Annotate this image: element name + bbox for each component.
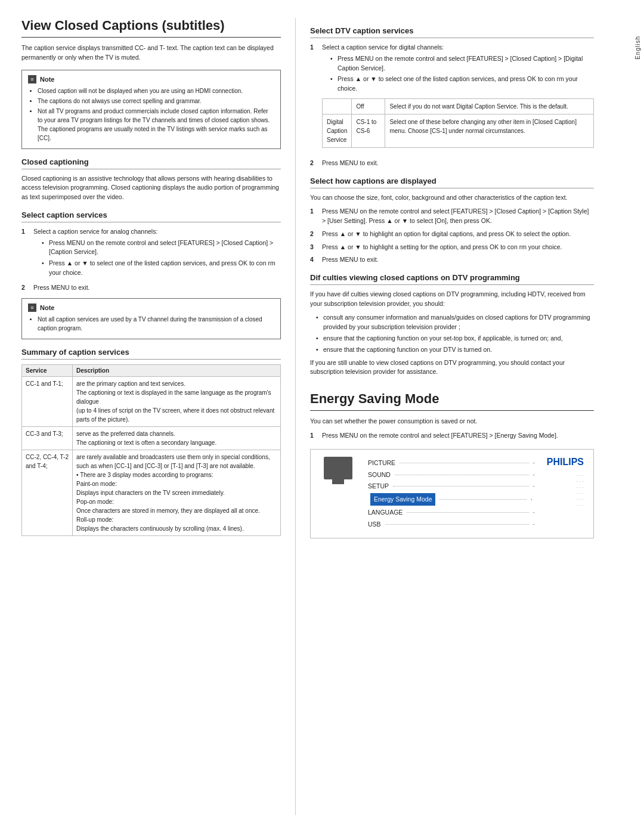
difficulties-bullet: ensure that the captioning function on y… — [316, 333, 594, 343]
select-caption-title: Select caption services — [21, 210, 281, 222]
service-cell: CC-1 and T-1; — [22, 377, 73, 427]
service-cell: CC-3 and T-3; — [22, 427, 73, 450]
difficulties-bullet: consult any consumer information and man… — [316, 312, 594, 333]
select-caption-step2: 2 Press MENU to exit. — [21, 283, 281, 293]
dots — [393, 486, 529, 487]
menu-dots-end: · — [533, 519, 535, 530]
energy-box-right: PHILIPS · · ·· · ·· · ·· · ·· · ·· · · — [547, 457, 584, 508]
table-row: Off Select if you do not want Digital Ca… — [323, 98, 594, 114]
dtv-table: Off Select if you do not want Digital Ca… — [322, 98, 594, 148]
how-step1: 1 Press MENU on the remote control and s… — [310, 207, 594, 226]
dtv-title: Select DTV caption services — [310, 26, 594, 38]
col-header-service: Service — [22, 365, 73, 377]
note-label-2: Note — [40, 304, 54, 311]
step-num: 1 — [21, 227, 30, 280]
step-num: 1 — [310, 431, 318, 441]
step-num: 2 — [310, 159, 318, 168]
note-icon-2: ≡ — [28, 304, 36, 312]
menu-row-energy: Energy Saving Mode · — [368, 493, 535, 506]
energy-saving-intro: You can set whether the power consumptio… — [310, 417, 594, 426]
step1-bullets: Press MENU on the remote control and sel… — [33, 239, 281, 278]
menu-label-picture: PICTURE — [368, 457, 395, 469]
select-caption-step1: 1 Select a caption service for analog ch… — [21, 227, 281, 280]
energy-menu: PICTURE · SOUND · SETUP · — [368, 457, 535, 531]
dots — [395, 475, 529, 475]
note-item: The captions do not always use correct s… — [38, 97, 274, 106]
note-box-1: ≡ Note Closed caption will not be displa… — [21, 70, 281, 149]
how-step3: 3 Press ▲ or ▼ to highlight a setting fo… — [310, 243, 594, 252]
dots — [400, 463, 529, 463]
dtv-step1: 1 Select a caption service for digital c… — [310, 43, 594, 155]
how-step2: 2 Press ▲ or ▼ to highlight an option fo… — [310, 230, 594, 239]
dtv-col3: Select one of these before changing any … — [385, 114, 594, 147]
note-box-2: ≡ Note Not all caption services are used… — [21, 298, 281, 339]
step-num: 1 — [310, 43, 318, 155]
menu-dots-end: · — [533, 481, 535, 492]
menu-dots-end: · — [533, 469, 535, 481]
note-header-2: ≡ Note — [28, 304, 274, 312]
step-num: 4 — [310, 255, 318, 265]
dtv-step1-text: Select a caption service for digital cha… — [322, 44, 444, 51]
step1-text: Select a caption service for analog chan… — [33, 228, 157, 235]
right-column: Select DTV caption services 1 Select a c… — [296, 18, 594, 815]
service-cell: CC-2, CC-4, T-2and T-4; — [22, 450, 73, 536]
menu-dots-end: · — [533, 457, 535, 469]
how-displayed-list: 1 Press MENU on the remote control and s… — [310, 207, 594, 265]
side-tab-label: English — [634, 36, 641, 60]
dots — [385, 524, 529, 525]
how-step4-text: Press MENU to exit. — [322, 255, 379, 265]
difficulties-bullet: ensure that the captioning function on y… — [316, 345, 594, 355]
menu-row-language: LANGUAGE · — [368, 507, 535, 518]
difficulties-list: consult any consumer information and man… — [310, 312, 594, 355]
note-header-1: ≡ Note — [28, 75, 274, 83]
bullet-item: Press ▲ or ▼ to select one of the listed… — [42, 259, 281, 278]
how-step3-text: Press ▲ or ▼ to highlight a setting for … — [322, 243, 562, 252]
description-cell: are the primary caption and text service… — [73, 377, 281, 427]
table-row: CC-1 and T-1; are the primary caption an… — [22, 377, 281, 427]
how-step2-text: Press ▲ or ▼ to highlight an option for … — [322, 230, 571, 239]
note-list-1: Closed caption will not be displayed whe… — [28, 86, 274, 143]
note-icon-1: ≡ — [28, 75, 36, 83]
menu-dots-right: · · ·· · ·· · ·· · ·· · ·· · · — [576, 472, 584, 508]
dtv-col2: Off — [352, 98, 385, 114]
how-step4: 4 Press MENU to exit. — [310, 255, 594, 265]
closed-captioning-title: Closed captioning — [21, 157, 281, 169]
how-step1-text: Press MENU on the remote control and sel… — [322, 207, 594, 226]
energy-box-left — [320, 457, 356, 482]
menu-dots-end: · — [533, 507, 535, 518]
tv-icon — [324, 457, 352, 479]
dtv-list: 1 Select a caption service for digital c… — [310, 43, 594, 168]
description-cell: serve as the preferred data channels.The… — [73, 427, 281, 450]
description-cell: are rarely available and broadcasters us… — [73, 450, 281, 536]
step-num: 1 — [310, 207, 318, 226]
step-num: 2 — [310, 230, 318, 239]
dtv-step1-content: Select a caption service for digital cha… — [322, 43, 594, 155]
difficulties-outro: If you are still unable to view closed c… — [310, 358, 594, 377]
energy-saving-title: Energy Saving Mode — [310, 391, 594, 411]
dtv-col1: DigitalCaptionService — [323, 114, 352, 147]
energy-box: PICTURE · SOUND · SETUP · — [310, 449, 594, 538]
table-row: DigitalCaptionService CS-1 to CS-6 Selec… — [323, 114, 594, 147]
left-column: View Closed Captions (subtitles) The cap… — [21, 18, 296, 815]
page-container: English View Closed Captions (subtitles)… — [0, 0, 644, 833]
note-label-1: Note — [40, 76, 54, 83]
note-list-2: Not all caption services are used by a T… — [28, 315, 274, 333]
dots — [439, 499, 526, 500]
menu-row-setup: SETUP · — [368, 481, 535, 492]
dtv-bullets: Press MENU on the remote control and sel… — [322, 54, 594, 94]
note-item: Closed caption will not be displayed whe… — [38, 86, 274, 95]
energy-step1-text: Press MENU on the remote control and sel… — [322, 431, 558, 441]
how-displayed-text: You can choose the size, font, color, ba… — [310, 193, 594, 203]
how-displayed-title: Select how captions are displayed — [310, 176, 594, 188]
note-item-2: Not all caption services are used by a T… — [38, 315, 274, 333]
menu-dots-end: · — [531, 494, 532, 505]
menu-row-usb: USB · — [368, 519, 535, 530]
energy-menu-item-highlighted: Energy Saving Mode — [370, 493, 435, 506]
bullet-item: Press MENU on the remote control and sel… — [42, 239, 281, 258]
dtv-step2-text: Press MENU to exit. — [322, 159, 379, 168]
dtv-col3: Select if you do not want Digital Captio… — [385, 98, 594, 114]
select-caption-list: 1 Select a caption service for analog ch… — [21, 227, 281, 293]
difficulties-intro: If you have dif culties viewing closed c… — [310, 290, 594, 309]
menu-row-picture: PICTURE · — [368, 457, 535, 469]
table-row: CC-3 and T-3; serve as the preferred dat… — [22, 427, 281, 450]
